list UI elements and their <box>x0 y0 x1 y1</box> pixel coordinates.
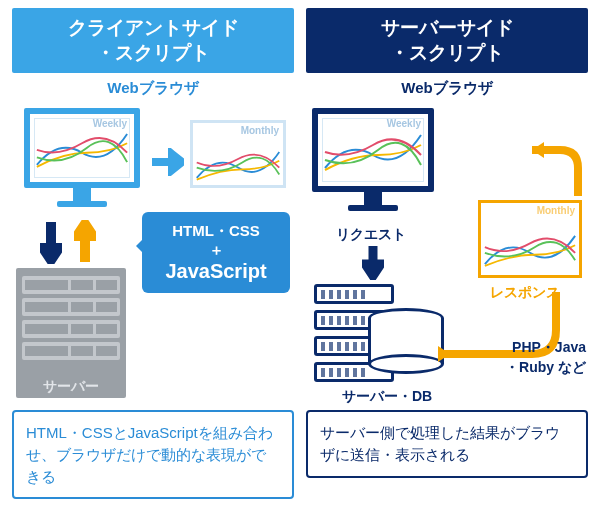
monthly-label-r: Monthly <box>483 205 577 216</box>
right-title-l2: ・スクリプト <box>390 42 504 63</box>
weekly-label: Weekly <box>93 118 127 129</box>
right-caption: サーバー側で処理した結果がブラウザに送信・表示される <box>306 410 588 478</box>
response-label: レスポンス <box>490 284 560 302</box>
server-icon: サーバー <box>16 268 126 398</box>
weekly-label-r: Weekly <box>387 118 421 129</box>
database-icon <box>368 308 444 374</box>
callout-js: JavaScript <box>154 260 278 283</box>
monthly-chart-right: Monthly <box>478 200 582 278</box>
arrow-right-icon <box>150 148 184 176</box>
lang-l2: ・Ruby など <box>468 358 586 378</box>
chart-icon <box>195 136 281 194</box>
browser-monitor-right: Weekly <box>312 108 434 211</box>
arrow-down-icon <box>40 220 62 264</box>
server-languages: PHP・Java ・Ruby など <box>468 338 586 377</box>
left-title-l1: クライアントサイド <box>68 17 239 38</box>
callout-line1: HTML・CSS <box>154 222 278 241</box>
lang-l1: PHP・Java <box>468 338 586 358</box>
request-label: リクエスト <box>336 226 406 244</box>
left-caption: HTML・CSSとJavaScriptを組み合わせ、ブラウザだけで動的な表現がで… <box>12 410 294 499</box>
request-arrow-icon <box>362 244 384 280</box>
chart-icon <box>483 216 577 284</box>
left-browser-label: Webブラウザ <box>12 79 294 98</box>
right-title: サーバーサイド ・スクリプト <box>306 8 588 73</box>
server-db-label: サーバー・DB <box>342 388 432 406</box>
arrow-up-icon <box>74 220 96 264</box>
monthly-chart-left: Monthly <box>190 120 286 188</box>
server-label: サーバー <box>16 378 126 396</box>
left-title: クライアントサイド ・スクリプト <box>12 8 294 73</box>
right-title-l1: サーバーサイド <box>381 17 514 38</box>
left-title-l2: ・スクリプト <box>96 42 210 63</box>
callout-bubble: HTML・CSS ＋ JavaScript <box>142 212 290 293</box>
browser-monitor-left: Weekly <box>24 108 140 207</box>
callout-plus: ＋ <box>154 241 278 260</box>
right-browser-label: Webブラウザ <box>306 79 588 98</box>
monthly-label: Monthly <box>195 125 281 136</box>
